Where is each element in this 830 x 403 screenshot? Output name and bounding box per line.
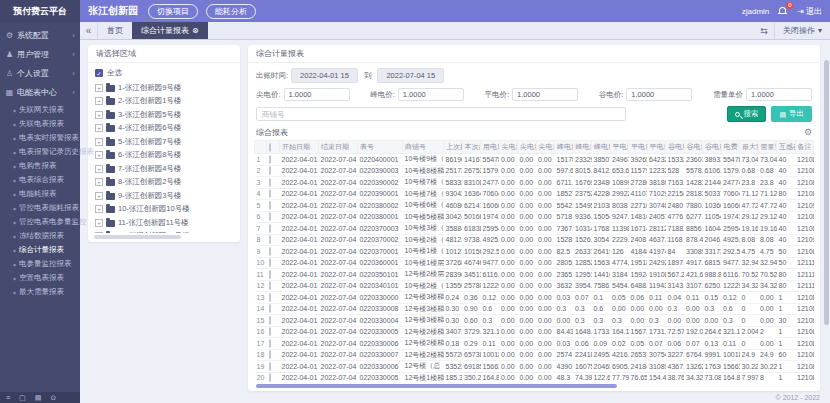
tree-node-label[interactable]: 1-张江创新园9号楼 (118, 83, 181, 93)
sidebar-item-冻结数据报表[interactable]: ◆冻结数据报表 (0, 229, 80, 243)
sidebar-item-电购售报表[interactable]: ◆电购售报表 (0, 159, 80, 173)
expand-icon[interactable]: + (95, 138, 103, 146)
col-header-电费[interactable]: 电费 (721, 141, 740, 154)
tree-node[interactable]: +9-张江创新园3号楼 (95, 189, 233, 203)
sidebar-item-电表实时报警报表[interactable]: ◆电表实时报警报表 (0, 131, 80, 145)
tree-node-label[interactable]: 12-张江创新园12号楼 (118, 231, 190, 233)
tree-node[interactable]: +6-张江创新园8号楼 (95, 149, 233, 163)
col-header-尖电量[interactable]: 尖电量 (499, 141, 518, 154)
row-checkbox[interactable] (269, 235, 271, 244)
scrollbar-thumb[interactable] (94, 235, 181, 239)
tree-node[interactable]: +11-张江创新园11号楼 (95, 216, 233, 230)
row-checkbox[interactable] (269, 281, 271, 290)
grid-icon[interactable]: ▤ (35, 392, 42, 403)
expand-icon[interactable]: + (95, 219, 103, 227)
expand-icon[interactable]: + (95, 151, 103, 159)
price-input-0[interactable] (284, 88, 350, 101)
collapse-tabs-icon[interactable]: « (80, 22, 98, 39)
row-checkbox[interactable] (269, 258, 271, 267)
sidebar-menu-meter-center[interactable]: ▦ 电能表中心 ‹ (0, 83, 80, 102)
power-icon[interactable]: ⊙ (50, 392, 56, 403)
tree-node[interactable]: +8-张江创新园2号楼 (95, 176, 233, 190)
col-header-峰电量[interactable]: 峰电量 (555, 141, 574, 154)
row-checkbox[interactable] (269, 201, 271, 210)
expand-icon[interactable]: + (95, 178, 103, 186)
table-horizontal-scrollbar[interactable] (256, 384, 812, 388)
row-checkbox[interactable] (269, 350, 271, 359)
col-header-备注[interactable]: 备注 (795, 141, 814, 154)
tree-node[interactable]: +1-张江创新园9号楼 (95, 81, 233, 95)
price-input-4[interactable] (746, 88, 812, 101)
col-header-平电量止[interactable]: 平电量止 (647, 141, 666, 154)
col-header-平电量[interactable]: 平电量 (610, 141, 629, 154)
monitor-icon[interactable]: ▢ (19, 392, 26, 403)
row-checkbox[interactable] (269, 270, 271, 279)
notification-bell-icon[interactable]: 0 (778, 6, 788, 16)
row-checkbox[interactable] (269, 304, 271, 313)
sidebar-item-失联电表报表[interactable]: ◆失联电表报表 (0, 117, 80, 131)
col-header-开始日期[interactable]: 开始日期 (280, 141, 319, 154)
shop-number-input[interactable] (256, 107, 626, 121)
sidebar-menu-users[interactable]: ♟ 用户管理 ‹ (0, 45, 80, 64)
row-checkbox[interactable] (269, 316, 271, 325)
tree-node[interactable]: +3-张江创新园5号楼 (95, 108, 233, 122)
expand-icon[interactable]: + (95, 124, 103, 132)
sidebar-item-空置电表报表[interactable]: ◆空置电表报表 (0, 271, 80, 285)
expand-icon[interactable]: + (95, 165, 103, 173)
col-header-需量费用[interactable]: 需量费用 (758, 141, 777, 154)
sidebar-item-管控电表电参量监控[interactable]: ◆管控电表电参量监控 (0, 215, 80, 229)
energy-analysis-button[interactable]: 能耗分析 (206, 4, 256, 19)
row-checkbox[interactable] (269, 224, 271, 233)
expand-icon[interactable]: + (95, 84, 103, 92)
col-header-商铺号[interactable]: 商铺号 (403, 141, 444, 154)
tree-node-label[interactable]: 2-张江创新园1号楼 (118, 96, 181, 106)
col-header-结束日期[interactable]: 结束日期 (319, 141, 358, 154)
price-input-2[interactable] (512, 88, 578, 101)
row-checkbox[interactable] (269, 293, 271, 302)
expand-icon[interactable]: + (95, 111, 103, 119)
col-header-尖电量起[interactable]: 尖电量起 (518, 141, 537, 154)
tree-node-label[interactable]: 3-张江创新园5号楼 (118, 110, 181, 120)
row-checkbox[interactable] (269, 362, 271, 371)
select-all-row[interactable]: ✓ 全选 (95, 68, 233, 78)
expand-icon[interactable]: + (95, 232, 103, 233)
switch-project-button[interactable]: 切换项目 (148, 4, 198, 19)
col-header-峰电量起[interactable]: 峰电量起 (573, 141, 592, 154)
col-header-互感器倍率[interactable]: 互感器倍率 (777, 141, 796, 154)
col-header-平电量起[interactable]: 平电量起 (629, 141, 648, 154)
col-header-谷电量起[interactable]: 谷电量起 (684, 141, 703, 154)
column-settings-gear-icon[interactable]: ⚙ (804, 128, 812, 137)
tree-node-label[interactable]: 8-张江创新园2号楼 (118, 177, 181, 187)
row-checkbox[interactable] (269, 189, 271, 198)
col-header-表号[interactable]: 表号 (358, 141, 403, 154)
sidebar-item-电表综合报表[interactable]: ◆电表综合报表 (0, 173, 80, 187)
expand-icon[interactable]: + (95, 192, 103, 200)
header-checkbox[interactable] (269, 143, 271, 152)
tree-node[interactable]: +4-张江创新园6号楼 (95, 122, 233, 136)
sidebar-item-电表报警记录历史报表[interactable]: ◆电表报警记录历史报表 (0, 145, 80, 159)
page-vertical-scrollbar[interactable] (824, 60, 829, 325)
scrollbar-thumb[interactable] (256, 384, 617, 388)
search-button[interactable]: 搜索 (727, 106, 766, 122)
row-checkbox[interactable] (269, 155, 271, 164)
col-header-上次抄表[interactable]: 上次抄表 (444, 141, 463, 154)
tree-node-label[interactable]: 4-张江创新园6号楼 (118, 123, 181, 133)
expand-icon[interactable]: + (95, 205, 103, 213)
col-header-本次抄表[interactable]: 本次抄表 (462, 141, 481, 154)
tree-node[interactable]: +10-张江创新园10号楼 (95, 203, 233, 217)
select-all-checkbox[interactable]: ✓ (95, 69, 103, 77)
export-button[interactable]: ▤ 导出 (771, 106, 812, 122)
tree-node[interactable]: +12-张江创新园12号楼 (95, 230, 233, 234)
row-checkbox[interactable] (269, 373, 271, 382)
username[interactable]: zjadmin (742, 7, 770, 16)
price-input-1[interactable] (398, 88, 464, 101)
tree-node-label[interactable]: 6-张江创新园8号楼 (118, 150, 181, 160)
sidebar-item-管控电表能耗报表[interactable]: ◆管控电表能耗报表 (0, 201, 80, 215)
switch-tabs-icon[interactable]: ⇆ (754, 26, 774, 36)
col-header-谷电量[interactable]: 谷电量 (666, 141, 685, 154)
tree-node-label[interactable]: 7-张江创新园4号楼 (118, 164, 181, 174)
row-checkbox[interactable] (269, 327, 271, 336)
logout-button[interactable]: ⇥ 退出 (797, 6, 822, 17)
sidebar-menu-system[interactable]: ⚙ 系统配置 ‹ (0, 26, 80, 45)
row-checkbox[interactable] (269, 166, 271, 175)
